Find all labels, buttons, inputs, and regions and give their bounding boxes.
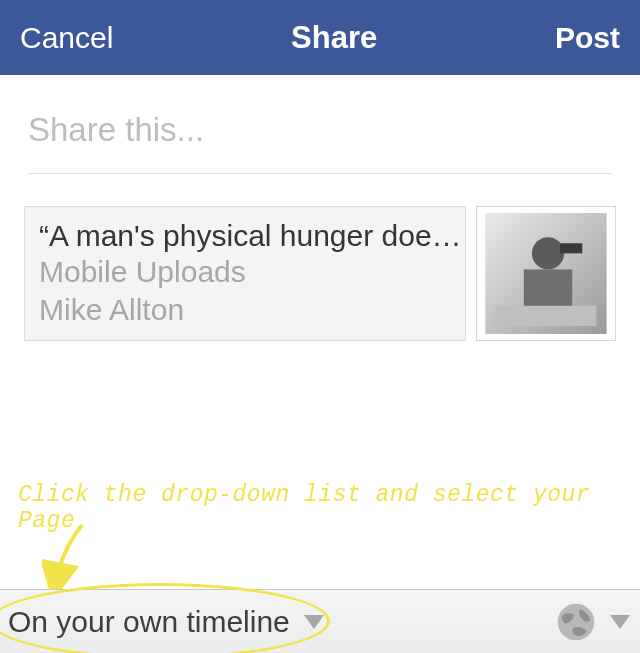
attachment-title: “A man's physical hunger doe… — [39, 219, 451, 253]
svg-point-2 — [532, 237, 564, 269]
header-title: Share — [291, 20, 377, 56]
attachment-card[interactable]: “A man's physical hunger doe… Mobile Upl… — [24, 206, 616, 341]
globe-icon — [554, 600, 598, 644]
attachment-author: Mike Allton — [39, 291, 451, 329]
share-bottom-bar: On your own timeline — [0, 589, 640, 653]
chevron-down-icon — [304, 615, 324, 629]
svg-rect-4 — [496, 306, 597, 326]
divider — [28, 173, 612, 174]
share-header: Cancel Share Post — [0, 0, 640, 75]
post-button[interactable]: Post — [555, 21, 620, 55]
cancel-button[interactable]: Cancel — [20, 21, 113, 55]
audience-label: On your own timeline — [8, 605, 290, 639]
share-text-input[interactable] — [28, 105, 612, 155]
attachment-subtitle: Mobile Uploads — [39, 253, 451, 291]
svg-rect-5 — [560, 243, 582, 253]
attachment-text: “A man's physical hunger doe… Mobile Upl… — [24, 206, 466, 341]
attachment-thumbnail — [476, 206, 616, 341]
chevron-down-icon — [610, 615, 630, 629]
photo-icon — [483, 213, 609, 334]
svg-rect-3 — [524, 269, 572, 311]
audience-dropdown[interactable]: On your own timeline — [8, 605, 324, 639]
annotation-text: Click the drop-down list and select your… — [18, 482, 640, 534]
privacy-dropdown[interactable] — [554, 600, 630, 644]
